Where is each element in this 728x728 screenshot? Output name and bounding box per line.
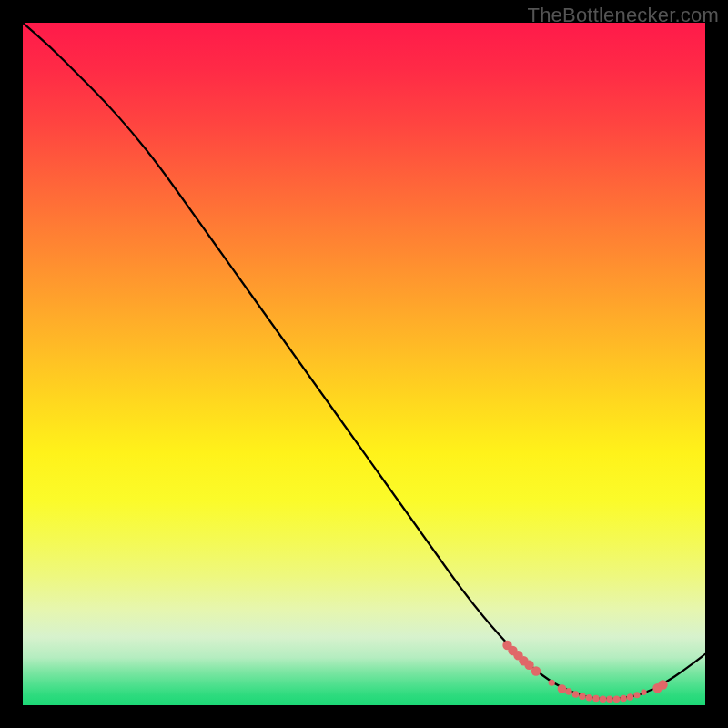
- data-marker: [658, 680, 667, 689]
- data-marker: [592, 695, 600, 703]
- attribution-text: TheBottlenecker.com: [528, 4, 719, 27]
- data-marker: [627, 693, 634, 701]
- data-marker: [579, 693, 586, 700]
- data-marker: [558, 684, 567, 693]
- data-marker: [641, 690, 646, 695]
- data-marker: [572, 691, 580, 698]
- data-marker: [586, 694, 593, 702]
- data-marker: [633, 692, 640, 698]
- chart-container: TheBottlenecker.com: [0, 0, 728, 728]
- data-marker: [549, 680, 555, 686]
- data-marker: [600, 695, 607, 703]
- data-marker: [606, 695, 613, 703]
- data-marker: [620, 695, 627, 703]
- plot-area: [23, 23, 705, 705]
- data-marker: [613, 695, 621, 703]
- data-marker: [565, 688, 572, 695]
- chart-svg: [23, 23, 705, 705]
- bottleneck-curve: [23, 23, 705, 699]
- data-marker: [531, 666, 541, 675]
- markers-group: [502, 641, 667, 703]
